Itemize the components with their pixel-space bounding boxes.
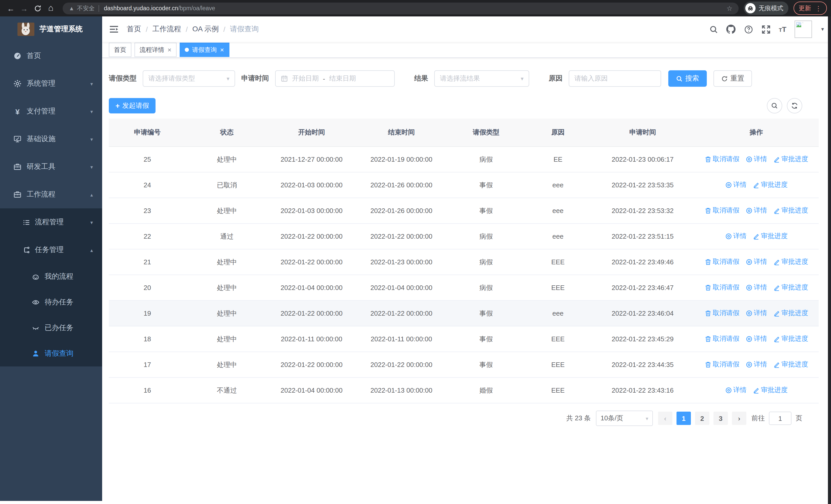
sidebar-subitem[interactable]: 我的流程 [0, 264, 102, 290]
calendar-icon [281, 75, 288, 82]
not-secure-warning-icon: ▲ [69, 5, 75, 11]
window-scrollbar[interactable] [828, 17, 831, 504]
leave-type-select[interactable]: 请选择请假类型 ▾ [143, 70, 235, 87]
detail-link[interactable]: 详情 [746, 206, 767, 215]
update-label[interactable]: 更新 [799, 4, 811, 12]
sidebar-subitem[interactable]: 待办任务 [0, 290, 102, 315]
sidebar-collapse-icon[interactable] [108, 24, 120, 35]
sidebar-item-home[interactable]: 首页 [0, 42, 102, 70]
browser-home-icon[interactable]: ⌂ [44, 2, 57, 15]
detail-link[interactable]: 详情 [725, 232, 747, 241]
approval-progress-link[interactable]: 审批进度 [753, 180, 787, 190]
sidebar-subitem[interactable]: 任务管理▴ [0, 236, 102, 264]
approval-progress-link[interactable]: 审批进度 [773, 283, 808, 292]
sidebar-item-4[interactable]: 研发工具▾ [0, 153, 102, 181]
sidebar-subitem[interactable]: 已办任务 [0, 315, 102, 341]
approval-progress-link[interactable]: 审批进度 [753, 232, 787, 241]
avatar-caret-icon[interactable]: ▼ [820, 27, 825, 32]
cancel-leave-link[interactable]: 取消请假 [705, 360, 739, 369]
sidebar-subitem[interactable]: 流程管理▾ [0, 208, 102, 236]
cell-id: 19 [109, 300, 186, 326]
cancel-leave-link[interactable]: 取消请假 [705, 257, 739, 267]
close-icon[interactable]: ✕ [220, 47, 224, 53]
result-select[interactable]: 请选择流结果 ▾ [434, 70, 529, 87]
cell-id: 18 [109, 326, 186, 352]
browser-menu-icon[interactable]: ⋮ [815, 4, 822, 12]
browser-update-button[interactable]: 更新 ⋮ [794, 2, 827, 15]
browser-forward-icon[interactable]: → [18, 2, 31, 15]
breadcrumb-item[interactable]: 首页 [127, 25, 141, 34]
sidebar-item-1[interactable]: 系统管理▾ [0, 70, 102, 97]
cell-reason: EEE [524, 326, 591, 352]
approval-progress-link[interactable]: 审批进度 [773, 155, 808, 164]
tab-流程详情[interactable]: 流程详情✕ [135, 42, 177, 57]
page-size-select[interactable]: 10条/页 ▾ [596, 411, 653, 426]
reason-input[interactable]: 请输入原因 [569, 70, 661, 87]
detail-link[interactable]: 详情 [746, 283, 767, 292]
cell-type: 病假 [448, 224, 524, 249]
yen-icon: ¥ [13, 107, 22, 116]
approval-progress-link[interactable]: 审批进度 [773, 360, 808, 369]
create-leave-button[interactable]: + 发起请假 [109, 98, 155, 113]
sidebar-subitem-label: 流程管理 [35, 217, 64, 227]
toggle-search-button[interactable] [767, 98, 782, 113]
breadcrumb-item[interactable]: OA 示例 [193, 25, 219, 34]
close-icon[interactable]: ✕ [167, 47, 172, 53]
view-icon [746, 310, 752, 317]
browser-reload-icon[interactable] [31, 2, 44, 15]
delete-icon [705, 207, 711, 214]
page-button-3[interactable]: 3 [713, 412, 728, 425]
cancel-leave-link[interactable]: 取消请假 [705, 206, 739, 215]
search-button[interactable]: 搜索 [668, 70, 707, 87]
detail-link[interactable]: 详情 [746, 360, 767, 369]
cell-applied: 2022-01-22 23:51:15 [591, 224, 694, 249]
breadcrumb-item[interactable]: 工作流程 [152, 25, 181, 34]
approval-progress-link[interactable]: 审批进度 [753, 386, 787, 395]
font-size-icon[interactable]: TT [779, 25, 786, 33]
reset-button[interactable]: 重置 [713, 70, 752, 87]
page-button-1[interactable]: 1 [677, 412, 691, 425]
edit-icon [773, 361, 780, 368]
detail-link[interactable]: 详情 [725, 180, 747, 190]
detail-link[interactable]: 详情 [746, 334, 767, 344]
cell-id: 17 [109, 352, 186, 378]
next-page-button[interactable]: › [732, 412, 746, 425]
refresh-button[interactable] [787, 98, 802, 113]
start-date-placeholder[interactable]: 开始日期 [292, 74, 319, 83]
sidebar-item-2[interactable]: ¥支付管理▾ [0, 97, 102, 125]
browser-back-icon[interactable]: ← [4, 2, 18, 15]
prev-page-button[interactable]: ‹ [658, 412, 672, 425]
tab-首页[interactable]: 首页 [109, 42, 132, 57]
sidebar-item-3[interactable]: 基础设施▾ [0, 125, 102, 153]
help-icon[interactable] [744, 25, 753, 34]
github-icon[interactable] [726, 25, 736, 34]
cell-applied: 2022-01-22 23:53:32 [591, 198, 694, 224]
user-avatar[interactable] [795, 21, 812, 38]
approval-progress-link[interactable]: 审批进度 [773, 309, 808, 318]
cancel-leave-link[interactable]: 取消请假 [705, 309, 739, 318]
tab-请假查询[interactable]: 请假查询✕ [180, 42, 229, 57]
apply-time-range-picker[interactable]: 开始日期 - 结束日期 [275, 70, 395, 87]
approval-progress-link[interactable]: 审批进度 [773, 206, 808, 215]
security-label[interactable]: 不安全 [77, 4, 95, 12]
sidebar-item-5[interactable]: 工作流程▴ [0, 181, 102, 208]
detail-link[interactable]: 详情 [746, 257, 767, 267]
goto-page-input[interactable] [769, 412, 792, 425]
approval-progress-link[interactable]: 审批进度 [773, 257, 808, 267]
detail-link[interactable]: 详情 [725, 386, 747, 395]
detail-link[interactable]: 详情 [746, 309, 767, 318]
detail-link[interactable]: 详情 [746, 155, 767, 164]
cancel-leave-link[interactable]: 取消请假 [705, 155, 739, 164]
fullscreen-icon[interactable] [762, 25, 771, 34]
cell-reason: eee [524, 198, 591, 224]
cancel-leave-link[interactable]: 取消请假 [705, 283, 739, 292]
bookmark-star-icon[interactable]: ☆ [726, 4, 733, 12]
end-date-placeholder[interactable]: 结束日期 [329, 74, 356, 83]
cancel-leave-link[interactable]: 取消请假 [705, 334, 739, 344]
page-button-2[interactable]: 2 [695, 412, 709, 425]
search-icon[interactable] [709, 25, 718, 34]
approval-progress-link[interactable]: 审批进度 [773, 334, 808, 344]
sidebar-subitem[interactable]: 请假查询 [0, 341, 102, 366]
table-toolbar: + 发起请假 [109, 98, 824, 113]
address-bar[interactable]: ▲ 不安全 dashboard.yudao.iocoder.cn /bpm/oa… [63, 2, 739, 14]
